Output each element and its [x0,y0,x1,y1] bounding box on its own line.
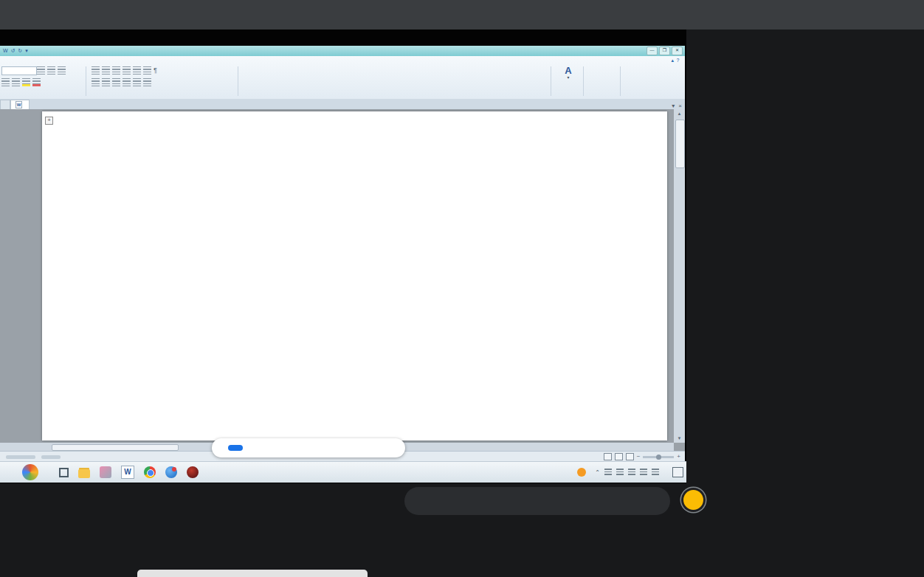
skin-tone-button[interactable] [683,490,703,510]
word-titlebar: W ↺ ↻ ▾ — ❐ ✕ [0,46,685,56]
print-layout-view-icon[interactable] [604,453,612,460]
fullscreen-view-icon[interactable] [615,453,623,460]
font-format-controls[interactable] [1,78,41,86]
font-name-box[interactable] [1,66,37,75]
background-window-edge [137,570,368,577]
help-icon[interactable]: ▴ ？ [672,57,680,64]
screen-share-region: W ↺ ↻ ▾ — ❐ ✕ ▴ ？ [0,30,686,483]
stop-sharing-bar [212,438,405,457]
web-layout-view-icon[interactable] [626,453,634,460]
minimize-icon[interactable]: — [647,46,658,55]
stop-sharing-button[interactable] [228,445,243,451]
google-meet-window: W ↺ ↻ ▾ — ❐ ✕ ▴ ？ [0,0,924,577]
browser-icon[interactable] [165,466,177,478]
task-view-icon[interactable] [59,468,69,477]
vertical-scrollbar[interactable]: ▲ ▼ [674,109,685,443]
start-button[interactable] [22,464,38,480]
list-controls[interactable]: ¶ [92,66,157,75]
tray-display-icon[interactable] [640,469,647,476]
ribbon-group-labels [0,90,685,99]
notification-center-icon[interactable] [672,467,683,477]
font-color-icon [32,78,41,86]
zoom-slider[interactable] [643,456,674,458]
reactions-bar [404,487,670,515]
zoom-in-icon[interactable]: + [677,454,680,460]
scroll-up-icon[interactable]: ▲ [674,109,685,118]
pilcrow-icon[interactable]: ¶ [154,66,157,75]
file-explorer-icon[interactable] [78,469,90,478]
hidden-icons-chevron[interactable]: ⌃ [595,469,600,476]
tab-close-icon[interactable]: × [678,103,682,109]
font-size-controls[interactable] [37,66,66,75]
scrollbar-thumb[interactable] [675,120,685,168]
table-move-handle[interactable]: + [45,117,53,125]
presenter-banner [0,0,924,30]
close-icon[interactable]: ✕ [672,46,683,55]
maximize-icon[interactable]: ❐ [659,46,670,55]
highlight-color-icon [22,78,30,86]
tray-mic-icon[interactable] [628,469,635,476]
word-doc-icon: W [15,101,22,108]
system-tray: ⌃ [577,467,683,477]
photos-app-icon[interactable] [100,466,111,478]
document-page: + [42,111,667,440]
zoom-slider-thumb[interactable] [656,455,661,460]
document-area: + ▲ ▼ [0,109,685,451]
chrome-icon[interactable] [144,466,156,478]
media-app-icon[interactable] [187,466,199,478]
word-window: W ↺ ↻ ▾ — ❐ ✕ ▴ ？ [0,46,685,461]
scroll-down-icon[interactable]: ▼ [674,434,685,443]
taskbar-word-icon[interactable]: W [121,466,134,479]
hscrollbar-thumb[interactable] [52,444,179,451]
change-styles-button[interactable]: A ▾ [555,66,582,80]
tray-shield-icon[interactable] [616,469,624,476]
quick-access-toolbar[interactable]: W ↺ ↻ ▾ [3,48,29,54]
word-ribbon: ▴ ？ ¶ [0,56,685,100]
document-tabbar: W ▾ × [0,99,685,109]
weather-sun-icon [577,468,586,477]
doc-tab-1[interactable] [0,100,10,109]
word-count-placeholder [41,455,61,459]
page-info-placeholder [6,455,35,459]
zoom-out-icon[interactable]: − [637,454,641,460]
tray-volume-icon[interactable] [652,469,659,476]
change-styles-icon: A [555,66,582,75]
doc-tab-2-active[interactable]: W [10,100,30,109]
windows-taskbar: W ⌃ [0,461,686,483]
tray-update-icon[interactable] [604,469,612,476]
alignment-controls[interactable] [92,78,151,86]
participants-grid [693,66,924,457]
tab-list-icon[interactable]: ▾ [672,103,675,109]
